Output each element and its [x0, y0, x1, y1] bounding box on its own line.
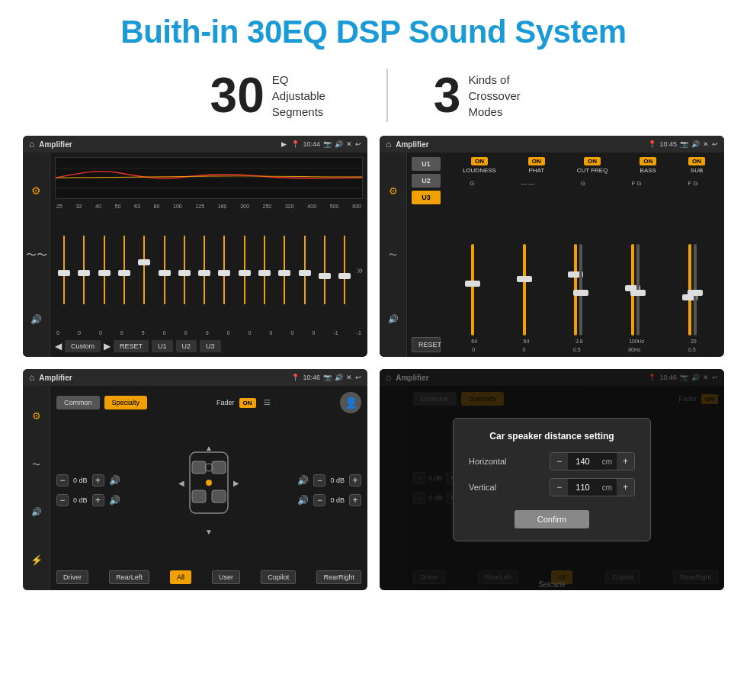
- dsp-phat-sliders[interactable]: [523, 244, 526, 336]
- eq-slider-3[interactable]: [95, 236, 114, 304]
- user-btn[interactable]: User: [212, 570, 240, 584]
- dsp-col-labels: G — — G F G F G: [448, 180, 720, 187]
- eq-bottom-bar: ◀ Custom ▶ RESET U1 U2 U3: [55, 340, 363, 352]
- eq-slider-10[interactable]: [236, 236, 254, 304]
- eq-slider-1[interactable]: [55, 236, 73, 304]
- eq-wave-icon[interactable]: 〜〜: [26, 249, 47, 262]
- fader-status-icons: 📍 10:46 📷 🔊 ✕ ↩: [291, 374, 361, 381]
- fl-vol-minus[interactable]: −: [56, 474, 69, 486]
- eq-slider-11[interactable]: [255, 236, 274, 304]
- phat-on-badge: ON: [528, 157, 545, 165]
- dsp-location-icon: 📍: [648, 140, 656, 148]
- fader-location-icon: 📍: [291, 374, 300, 381]
- fader-on-toggle[interactable]: ON: [239, 398, 256, 408]
- eq-slider-15[interactable]: [335, 236, 354, 304]
- eq-back-icon: ↩: [355, 140, 361, 148]
- fader-time: 10:46: [303, 374, 320, 381]
- vertical-plus[interactable]: +: [617, 479, 634, 496]
- eq-slider-8[interactable]: [195, 236, 213, 304]
- dsp-cutfreq-sliders[interactable]: [574, 244, 582, 336]
- horizontal-label: Horizontal: [469, 457, 522, 466]
- rearright-btn[interactable]: RearRight: [316, 570, 361, 584]
- specialty-tab-button[interactable]: Specialty: [104, 396, 148, 409]
- fl-vol-value: 0 dB: [73, 477, 88, 484]
- rearleft-btn[interactable]: RearLeft: [109, 570, 149, 584]
- vertical-label: Vertical: [469, 483, 522, 492]
- dsp-u3-button[interactable]: U3: [412, 191, 441, 204]
- eq-number: 30: [210, 71, 264, 120]
- eq-u2-button[interactable]: U2: [176, 340, 197, 352]
- eq-vol-icon: 🔊: [335, 140, 343, 148]
- fr-speaker-icon: 🔊: [297, 475, 309, 486]
- fader-filter-icon[interactable]: ⚙: [32, 410, 41, 422]
- dsp-u1-button[interactable]: U1: [412, 157, 441, 171]
- eq-slider-9[interactable]: [215, 236, 233, 304]
- rr-vol-plus[interactable]: +: [349, 494, 361, 506]
- horizontal-minus[interactable]: −: [550, 453, 568, 470]
- driver-btn[interactable]: Driver: [56, 570, 88, 584]
- copilot-btn[interactable]: Copilot: [261, 570, 296, 584]
- fader-top-bar: Common Specialty Fader ON ≡ 👤: [56, 392, 361, 413]
- fr-vol-plus[interactable]: +: [349, 474, 361, 486]
- eq-slider-6[interactable]: [155, 236, 173, 304]
- rr-volume-row: 🔊 − 0 dB +: [297, 494, 361, 506]
- all-btn[interactable]: All: [170, 570, 191, 584]
- svg-text:▶: ▶: [233, 479, 239, 487]
- dsp-speaker-icon[interactable]: 🔊: [388, 314, 399, 324]
- rr-vol-value: 0 dB: [330, 496, 345, 504]
- dsp-camera-icon: 📷: [680, 140, 688, 148]
- eq-sliders: »: [55, 212, 363, 327]
- eq-filter-icon[interactable]: ⚙: [31, 185, 41, 197]
- dsp-bass-sliders[interactable]: [631, 244, 640, 336]
- rl-vol-minus[interactable]: −: [56, 494, 69, 506]
- fl-vol-plus[interactable]: +: [92, 474, 104, 486]
- person-icon: 👤: [340, 392, 361, 413]
- crossover-label: Kinds ofCrossover Modes: [468, 72, 537, 120]
- eq-slider-13[interactable]: [295, 236, 313, 304]
- vertical-minus[interactable]: −: [550, 479, 568, 496]
- eq-slider-7[interactable]: [175, 236, 194, 304]
- fader-wave-icon[interactable]: 〜: [32, 459, 40, 470]
- eq-speaker-icon[interactable]: 🔊: [30, 314, 42, 325]
- eq-status-icons: 📍 10:44 📷 🔊 ✕ ↩: [291, 140, 361, 148]
- eq-stat: 30 EQ AdjustableSegments: [165, 71, 386, 120]
- fader-screen: ⌂ Amplifier 📍 10:46 📷 🔊 ✕ ↩ ⚙ 〜 🔊 ⚡ C: [23, 369, 367, 590]
- eq-u1-button[interactable]: U1: [152, 340, 173, 352]
- fader-lines-icon[interactable]: ≡: [264, 396, 271, 409]
- dsp-main-area: U1 U2 U3 RESET ON LOUDNESS ON: [407, 153, 724, 357]
- rl-vol-plus[interactable]: +: [92, 494, 104, 506]
- eq-slider-4[interactable]: [115, 236, 133, 304]
- eq-next-button[interactable]: ▶: [104, 341, 111, 352]
- eq-u3-button[interactable]: U3: [200, 340, 221, 352]
- fader-bt-icon[interactable]: ⚡: [30, 554, 43, 566]
- fader-speaker-icon[interactable]: 🔊: [31, 507, 42, 517]
- common-tab-button[interactable]: Common: [56, 396, 100, 409]
- eq-prev-button[interactable]: ◀: [55, 341, 62, 352]
- eq-slider-5[interactable]: [135, 236, 153, 304]
- dsp-reset-button[interactable]: RESET: [412, 337, 441, 352]
- horizontal-plus[interactable]: +: [617, 453, 634, 470]
- dsp-filter-icon[interactable]: ⚙: [389, 185, 398, 197]
- fr-volume-row: 🔊 − 0 dB +: [297, 474, 361, 486]
- dsp-back-icon: ↩: [712, 140, 718, 148]
- dsp-status-icons: 📍 10:45 📷 🔊 ✕ ↩: [648, 140, 718, 148]
- eq-custom-button[interactable]: Custom: [65, 340, 101, 352]
- svg-rect-5: [192, 461, 206, 474]
- dsp-loudness-sliders[interactable]: [471, 244, 474, 336]
- eq-location-icon: 📍: [291, 140, 300, 148]
- eq-slider-12[interactable]: [275, 236, 293, 304]
- eq-label: EQ AdjustableSegments: [272, 72, 341, 120]
- eq-reset-button[interactable]: RESET: [114, 340, 149, 352]
- eq-content: ⚙ 〜〜 🔊: [23, 153, 367, 357]
- confirm-button[interactable]: Confirm: [515, 510, 590, 528]
- expand-icon[interactable]: »: [357, 264, 363, 276]
- svg-rect-7: [192, 490, 206, 503]
- dsp-sub-sliders[interactable]: [688, 244, 697, 336]
- fr-vol-minus[interactable]: −: [313, 474, 325, 486]
- dsp-u2-button[interactable]: U2: [412, 174, 441, 188]
- dsp-wave-icon[interactable]: 〜: [389, 249, 397, 261]
- eq-slider-2[interactable]: [75, 236, 93, 304]
- fader-sidebar: ⚙ 〜 🔊 ⚡: [23, 386, 50, 590]
- rr-vol-minus[interactable]: −: [313, 494, 325, 506]
- eq-slider-14[interactable]: [316, 236, 334, 304]
